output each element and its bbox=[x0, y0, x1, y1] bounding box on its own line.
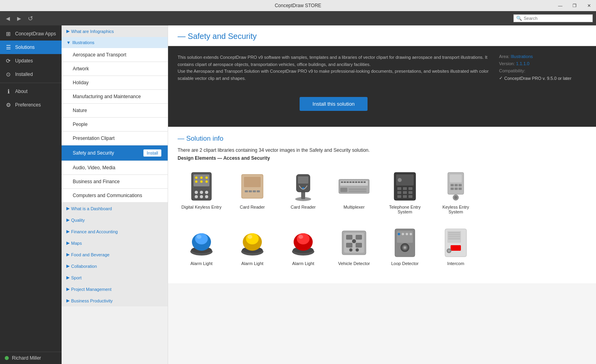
svg-point-65 bbox=[197, 235, 201, 239]
svg-rect-58 bbox=[459, 188, 462, 190]
mid-header-sport[interactable]: ▶ Sport bbox=[62, 272, 168, 283]
mid-header-business-prod[interactable]: ▶ Business Productivity bbox=[62, 295, 168, 306]
mid-item-artwork-label: Artwork bbox=[73, 66, 89, 72]
svg-point-5 bbox=[195, 180, 197, 183]
svg-point-91 bbox=[402, 233, 404, 235]
forward-button[interactable]: ▶ bbox=[14, 14, 24, 23]
refresh-button[interactable]: ↺ bbox=[25, 14, 35, 23]
titlebar: ConceptDraw STORE — ❐ ✕ bbox=[0, 0, 596, 11]
sidebar-solutions-label: Solutions bbox=[15, 45, 35, 50]
solutions-icon: ☰ bbox=[5, 44, 12, 51]
close-button[interactable]: ✕ bbox=[582, 0, 596, 11]
compat-label: Compatibility: bbox=[499, 68, 525, 73]
icon-item-keyless-entry: Digital Keyless Entry bbox=[178, 167, 225, 217]
check-icon: ✓ bbox=[499, 76, 503, 81]
restore-button[interactable]: ❐ bbox=[567, 0, 582, 11]
telephone-entry-label: Telephone Entry System bbox=[384, 205, 426, 214]
mid-header-infographics[interactable]: ▶ What are Infographics bbox=[62, 25, 168, 37]
mid-install-button[interactable]: Install bbox=[143, 149, 161, 157]
icon-item-loop-detector: Loop Detector bbox=[381, 224, 429, 269]
svg-rect-54 bbox=[455, 184, 458, 186]
svg-point-82 bbox=[352, 239, 356, 243]
sport-arrow-icon: ▶ bbox=[66, 275, 70, 280]
sidebar-item-preferences[interactable]: ⚙ Preferences bbox=[0, 98, 62, 112]
mid-header-food[interactable]: ▶ Food and Beverage bbox=[62, 249, 168, 260]
window-controls: — ❐ ✕ bbox=[553, 0, 596, 11]
sidebar-item-installed[interactable]: ⊙ Installed bbox=[0, 68, 62, 81]
sidebar-updates-label: Updates bbox=[15, 58, 33, 64]
svg-point-83 bbox=[349, 248, 352, 252]
mid-item-manufacturing-label: Manufacturing and Maintenance bbox=[73, 94, 141, 99]
svg-rect-44 bbox=[397, 191, 401, 194]
quality-arrow-icon: ▶ bbox=[66, 217, 70, 223]
mid-item-aerospace-label: Aerospace and Transport bbox=[73, 52, 126, 58]
sidebar-item-apps[interactable]: ⊞ ConceptDraw Apps bbox=[0, 27, 62, 41]
keyless-entry-label: Digital Keyless Entry bbox=[182, 205, 222, 209]
svg-point-12 bbox=[200, 195, 203, 198]
mid-item-business-label: Business and Finance bbox=[73, 179, 120, 184]
icon-item-multiplexer: Multiplexer bbox=[330, 167, 378, 217]
alarm-blue-image bbox=[186, 227, 217, 259]
mid-item-presentation-clipart[interactable]: Presentation Clipart bbox=[62, 132, 168, 145]
mid-header-quality[interactable]: ▶ Quality bbox=[62, 214, 168, 226]
sidebar-item-solutions[interactable]: ☰ Solutions bbox=[0, 41, 62, 54]
mid-item-business-finance[interactable]: Business and Finance bbox=[62, 175, 168, 189]
mid-header-illustrations[interactable]: ▼ Illustrations bbox=[62, 37, 168, 48]
install-main-button[interactable]: Install this solution bbox=[300, 97, 367, 111]
mid-header-maps[interactable]: ▶ Maps bbox=[62, 237, 168, 249]
mid-item-nature[interactable]: Nature bbox=[62, 104, 168, 118]
svg-point-70 bbox=[248, 235, 252, 239]
mid-item-manufacturing[interactable]: Manufacturing and Maintenance bbox=[62, 90, 168, 104]
card-reader-tan-image bbox=[236, 170, 268, 202]
mid-item-audio[interactable]: Audio, Video, Media bbox=[62, 161, 168, 175]
mid-header-dashboard[interactable]: ▶ What is a Dashboard bbox=[62, 203, 168, 214]
finance-arrow-icon: ▶ bbox=[66, 229, 70, 234]
sidebar-item-about[interactable]: ℹ About bbox=[0, 85, 62, 98]
compat-label-row: Compatibility: bbox=[499, 68, 586, 73]
svg-rect-41 bbox=[397, 187, 401, 190]
mid-header-collab[interactable]: ▶ Collaboration bbox=[62, 260, 168, 272]
icon-item-alarm-yellow: Alarm Light bbox=[228, 224, 276, 269]
sidebar-item-updates[interactable]: ⟳ Updates bbox=[0, 54, 62, 68]
mid-item-people[interactable]: People bbox=[62, 118, 168, 132]
card-reader-tan-label: Card Reader bbox=[240, 205, 265, 209]
mid-item-safety-security[interactable]: Safety and Security Install bbox=[62, 145, 168, 161]
solution-info-title: Solution info bbox=[178, 135, 586, 143]
svg-rect-56 bbox=[451, 188, 454, 190]
alarm-yellow-image bbox=[236, 227, 268, 259]
multiplexer-label: Multiplexer bbox=[343, 205, 364, 209]
minimize-button[interactable]: — bbox=[553, 0, 567, 11]
page-title: Safety and Security bbox=[178, 32, 586, 41]
mid-item-computers[interactable]: Computers and Communications bbox=[62, 189, 168, 203]
project-arrow-icon: ▶ bbox=[66, 287, 70, 292]
svg-point-7 bbox=[205, 180, 208, 183]
svg-point-60 bbox=[454, 196, 457, 199]
dashboard-header-label: What is a Dashboard bbox=[71, 206, 112, 211]
mid-header-finance[interactable]: ▶ Finance and Accounting bbox=[62, 226, 168, 237]
installed-icon: ⊙ bbox=[5, 71, 12, 78]
mid-item-aerospace[interactable]: Aerospace and Transport bbox=[62, 48, 168, 62]
search-input[interactable] bbox=[524, 16, 590, 21]
svg-point-102 bbox=[448, 250, 450, 252]
mid-item-holiday[interactable]: Holiday bbox=[62, 76, 168, 90]
svg-rect-38 bbox=[349, 191, 366, 192]
icon-item-keyless-entry-system: Keyless Entry System bbox=[432, 167, 480, 217]
multiplexer-image bbox=[338, 170, 370, 202]
illustrations-arrow-icon: ▼ bbox=[66, 40, 71, 45]
compat-value: ConceptDraw PRO v. 9.5.0 or later bbox=[504, 76, 571, 81]
version-row: Version: 1.1.1.0 bbox=[499, 61, 586, 66]
mid-item-artwork[interactable]: Artwork bbox=[62, 62, 168, 76]
svg-rect-55 bbox=[459, 184, 462, 186]
toolbar: ◀ ▶ ↺ 🔍 bbox=[0, 11, 596, 25]
alarm-blue-label: Alarm Light bbox=[190, 261, 213, 266]
svg-rect-86 bbox=[397, 231, 413, 243]
svg-point-93 bbox=[410, 233, 412, 235]
main-layout: ⊞ ConceptDraw Apps ☰ Solutions ⟳ Updates… bbox=[0, 25, 596, 364]
svg-point-75 bbox=[298, 235, 303, 239]
back-button[interactable]: ◀ bbox=[3, 14, 13, 23]
sidebar-about-label: About bbox=[15, 89, 27, 94]
mid-header-project[interactable]: ▶ Project Management bbox=[62, 283, 168, 295]
svg-rect-43 bbox=[408, 187, 412, 190]
back-icon: ◀ bbox=[6, 15, 10, 21]
alarm-yellow-label: Alarm Light bbox=[241, 261, 263, 266]
